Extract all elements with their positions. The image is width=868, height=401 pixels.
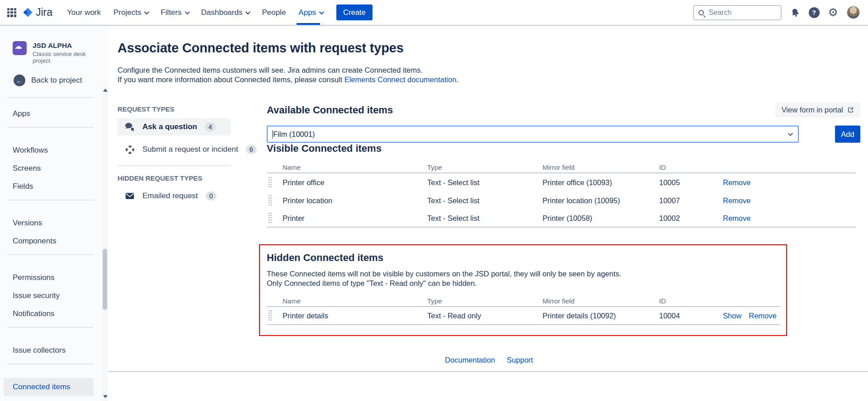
notifications-bell-icon[interactable] (789, 6, 801, 19)
request-type-submit-request[interactable]: Submit a request or incident 6 (118, 141, 231, 158)
sidebar-item-notifications[interactable]: Notifications (4, 305, 94, 323)
remove-link[interactable]: Remove (723, 196, 750, 205)
external-link-icon (847, 107, 854, 113)
jira-logo[interactable]: Jira (23, 6, 52, 19)
search-box[interactable] (693, 5, 782, 20)
project-name: JSD ALPHA (33, 41, 101, 50)
sidebar-divider (7, 200, 94, 200)
settings-gear-icon[interactable]: ⚙ (828, 7, 838, 18)
cell-name: Printer location (280, 196, 425, 205)
active-tab-underline (297, 23, 320, 25)
request-type-count-badge: 0 (206, 191, 217, 200)
main-content: Associate Connected items with request t… (108, 26, 868, 401)
cell-mirror-field: Printer details (10092) (540, 312, 657, 320)
support-link[interactable]: Support (507, 356, 533, 364)
hidden-items-heading: Hidden Connected items (267, 252, 860, 264)
nav-projects[interactable]: Projects (113, 0, 148, 25)
cell-type: Text - Select list (425, 178, 540, 187)
sidebar-divider (7, 127, 94, 128)
connected-items-section: View form in portal Available Connected … (267, 104, 860, 325)
search-input[interactable] (708, 8, 776, 17)
cell-id: 10005 (657, 178, 721, 187)
sidebar-item-permissions[interactable]: Permissions (4, 269, 94, 287)
chevron-down-icon (319, 9, 324, 14)
sidebar-item-project-automation[interactable]: Project automation (4, 396, 94, 401)
request-type-count-badge: 4 (205, 122, 216, 131)
drag-handle-icon[interactable] (268, 195, 272, 206)
table-header-row: Name Type Mirror field ID (267, 162, 856, 173)
text-cursor (272, 130, 273, 139)
documentation-link[interactable]: Documentation (445, 356, 495, 364)
sidebar-item-issue-security[interactable]: Issue security (4, 287, 94, 305)
top-navigation: Jira Your work Projects Filters Dashboar… (0, 0, 868, 26)
col-type: Type (425, 297, 540, 305)
footer-divider (108, 371, 868, 372)
sidebar-item-connected-items[interactable]: Connected items (4, 378, 94, 396)
project-avatar-icon: ☁⚡ (13, 41, 27, 55)
remove-link[interactable]: Remove (723, 214, 750, 223)
sidebar-scrollbar[interactable] (102, 86, 108, 401)
user-avatar[interactable] (847, 6, 860, 19)
app-switcher-icon[interactable] (7, 8, 16, 17)
nav-dashboards[interactable]: Dashboards (201, 0, 250, 25)
view-form-in-portal-button[interactable]: View form in portal (775, 103, 860, 117)
panel-divider (118, 165, 231, 166)
life-ring-icon (125, 145, 135, 154)
sidebar-item-versions[interactable]: Versions (4, 214, 94, 232)
cell-id: 10004 (657, 312, 721, 320)
visible-items-heading: Visible Connected items (267, 143, 860, 154)
cell-id: 10007 (657, 196, 721, 205)
sidebar-divider (7, 364, 94, 364)
cell-id: 10002 (657, 214, 721, 223)
jira-logo-icon (23, 7, 33, 18)
add-button[interactable]: Add (835, 126, 860, 143)
nav-people[interactable]: People (262, 0, 286, 25)
col-id: ID (657, 297, 721, 305)
elements-connect-doc-link[interactable]: Elements Connect documentation (344, 75, 457, 84)
table-row: Printer location Text - Select list Prin… (267, 191, 856, 210)
sidebar-divider (7, 327, 94, 328)
drag-handle-icon[interactable] (268, 310, 272, 322)
project-header[interactable]: ☁⚡ JSD ALPHA Classic service desk projec… (13, 41, 101, 64)
sidebar-divider (7, 254, 94, 255)
table-row: Printer details Text - Read only Printer… (267, 307, 780, 325)
sidebar-divider (7, 97, 94, 98)
sidebar-item-screens[interactable]: Screens (4, 159, 94, 177)
cell-type: Text - Read only (425, 312, 540, 320)
help-icon[interactable]: ? (809, 7, 820, 18)
scrollbar-thumb[interactable] (103, 249, 107, 310)
footer: Documentation Support (118, 356, 860, 364)
remove-link[interactable]: Remove (749, 312, 776, 320)
request-type-ask-a-question[interactable]: Ask a question 4 (118, 118, 231, 135)
sidebar-item-workflows[interactable]: Workflows (4, 141, 94, 159)
nav-apps[interactable]: Apps (298, 0, 323, 25)
available-items-select[interactable]: Film (10001) (267, 126, 799, 143)
request-types-heading: REQUEST TYPES (118, 105, 231, 113)
table-row: Printer office Text - Select list Printe… (267, 173, 856, 191)
sidebar-item-fields[interactable]: Fields (4, 177, 94, 196)
hidden-items-table: Name Type Mirror field ID Printer detail… (267, 295, 780, 325)
scrollbar-up-arrow-icon[interactable] (103, 89, 108, 92)
scrollbar-down-arrow-icon[interactable] (103, 395, 108, 398)
table-row: Printer Text - Select list Printer (1005… (267, 210, 856, 228)
sidebar-item-apps[interactable]: Apps (4, 105, 94, 123)
col-name: Name (280, 297, 425, 305)
project-type: Classic service desk project (33, 51, 101, 64)
show-link[interactable]: Show (723, 312, 741, 320)
create-button[interactable]: Create (336, 5, 373, 20)
cell-mirror-field: Printer location (10095) (540, 196, 657, 205)
chevron-down-icon (788, 131, 793, 136)
cell-mirror-field: Printer office (10093) (540, 178, 657, 187)
drag-handle-icon[interactable] (268, 177, 272, 188)
request-type-count-badge: 6 (246, 145, 257, 154)
nav-your-work[interactable]: Your work (67, 0, 101, 25)
remove-link[interactable]: Remove (723, 178, 750, 187)
hidden-items-section: Hidden Connected items These Connected i… (267, 252, 860, 325)
nav-filters[interactable]: Filters (160, 0, 188, 25)
sidebar-item-components[interactable]: Components (4, 232, 94, 250)
drag-handle-icon[interactable] (268, 212, 272, 224)
back-to-project[interactable]: ← Back to project (14, 75, 101, 86)
request-type-emailed-request[interactable]: Emailed request 0 (118, 187, 231, 205)
sidebar-item-issue-collectors[interactable]: Issue collectors (4, 341, 94, 359)
back-arrow-icon: ← (14, 75, 25, 86)
